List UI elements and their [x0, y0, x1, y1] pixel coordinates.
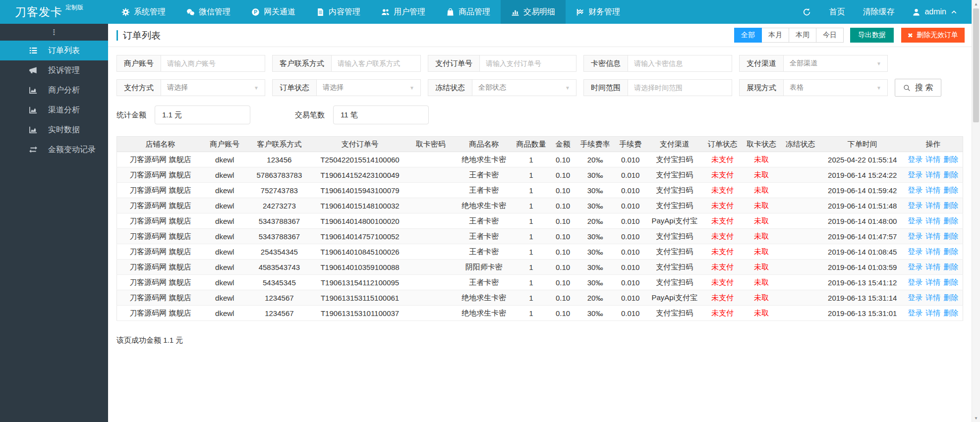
tab-this-month[interactable]: 本月: [761, 28, 789, 43]
login-link[interactable]: 登录: [908, 293, 922, 302]
top-menu-system[interactable]: 系统管理: [111, 0, 176, 24]
top-menu-goods[interactable]: 商品管理: [436, 0, 501, 24]
cell: dkewl: [204, 167, 246, 183]
cell: 752743783: [246, 183, 313, 198]
login-link[interactable]: 登录: [908, 186, 922, 194]
delete-link[interactable]: 删除: [943, 278, 958, 286]
clear-cache-link[interactable]: 清除缓存: [863, 7, 894, 17]
cell: 阴阳师卡密: [454, 260, 514, 275]
payment-method-select[interactable]: 请选择 ▼: [161, 80, 265, 96]
detail-link[interactable]: 详情: [925, 201, 940, 210]
detail-link[interactable]: 详情: [925, 263, 940, 271]
scrollbar-thumb[interactable]: [973, 8, 979, 122]
top-menu-transactions[interactable]: 交易明细: [501, 0, 566, 24]
delete-link[interactable]: 删除: [943, 309, 958, 317]
sidebar-collapse-toggle[interactable]: ⋮: [0, 24, 108, 41]
login-link[interactable]: 登录: [908, 232, 922, 240]
caret-down-icon: ▼: [876, 85, 881, 91]
x-icon: ✖: [908, 32, 913, 39]
detail-link[interactable]: 详情: [925, 293, 940, 302]
login-link[interactable]: 登录: [908, 216, 922, 225]
vertical-scrollbar[interactable]: ▲ ▼: [972, 0, 980, 422]
top-menu-label: 系统管理: [134, 7, 166, 17]
top-menu-users[interactable]: 用户管理: [371, 0, 436, 24]
scroll-up-arrow-icon[interactable]: ▲: [972, 0, 980, 8]
search-button[interactable]: 搜 索: [895, 79, 941, 97]
home-link[interactable]: 首页: [829, 7, 845, 17]
freeze-status-select[interactable]: 全部状态 ▼: [472, 80, 576, 96]
delete-link[interactable]: 删除: [943, 216, 958, 225]
cell: 未取: [744, 229, 779, 244]
export-data-button[interactable]: 导出数据: [850, 28, 894, 43]
detail-link[interactable]: 详情: [925, 186, 940, 194]
time-range-input[interactable]: [628, 80, 732, 96]
top-menu-label: 财务管理: [588, 7, 620, 17]
sidebar-item-realtime-data[interactable]: 实时数据: [0, 120, 108, 140]
tab-this-week[interactable]: 本周: [789, 28, 816, 43]
stat-transaction-count: 交易笔数 11 笔: [295, 106, 429, 124]
scroll-down-arrow-icon[interactable]: ▼: [972, 414, 980, 422]
login-link[interactable]: 登录: [908, 170, 922, 179]
detail-link[interactable]: 详情: [925, 247, 940, 256]
tab-all[interactable]: 全部: [734, 28, 762, 43]
area-chart-icon: [29, 106, 38, 114]
cell: [779, 244, 821, 260]
detail-link[interactable]: 详情: [925, 170, 940, 179]
sidebar: ⋮ 订单列表 投诉管理 商户分析 渠道分析 实时数据 金额变动记录: [0, 24, 108, 422]
cell: 支付宝扫码: [648, 244, 701, 260]
delete-link[interactable]: 删除: [943, 247, 958, 256]
sidebar-item-channel-analysis[interactable]: 渠道分析: [0, 100, 108, 120]
delete-link[interactable]: 删除: [943, 186, 958, 194]
display-mode-select[interactable]: 表格 ▼: [784, 80, 887, 96]
user-menu[interactable]: admin: [912, 7, 958, 16]
delete-link[interactable]: 删除: [943, 201, 958, 210]
login-link[interactable]: 登录: [908, 155, 922, 163]
cell: 刀客源码网 旗舰店: [117, 229, 204, 244]
card-info-input[interactable]: [628, 55, 732, 71]
cell: 未取: [744, 260, 779, 275]
refresh-button[interactable]: [803, 8, 811, 16]
sidebar-item-complaints[interactable]: 投诉管理: [0, 60, 108, 80]
svg-text:P: P: [254, 9, 257, 14]
cell: 0.10: [549, 244, 577, 260]
sidebar-item-order-list[interactable]: 订单列表: [0, 41, 108, 60]
filter-customer-contact: 客户联系方式: [272, 55, 421, 72]
delete-link[interactable]: 删除: [943, 263, 958, 271]
sidebar-item-merchant-analysis[interactable]: 商户分析: [0, 80, 108, 100]
cell: [779, 183, 821, 198]
login-link[interactable]: 登录: [908, 247, 922, 256]
payment-order-no-input[interactable]: [480, 55, 576, 71]
bar-chart-icon: [511, 8, 519, 16]
top-menu-gateway[interactable]: P 网关通道: [241, 0, 306, 24]
top-menu-wechat[interactable]: 微信管理: [176, 0, 241, 24]
clear-cache-label: 清除缓存: [863, 7, 894, 17]
detail-link[interactable]: 详情: [925, 232, 940, 240]
delete-link[interactable]: 删除: [943, 232, 958, 240]
detail-link[interactable]: 详情: [925, 216, 940, 225]
app-logo[interactable]: 刀客发卡定制版: [0, 4, 108, 20]
cell: 王者卡密: [454, 213, 514, 229]
sidebar-item-amount-change-log[interactable]: 金额变动记录: [0, 140, 108, 159]
delete-link[interactable]: 删除: [943, 155, 958, 163]
merchant-account-input[interactable]: [161, 55, 265, 71]
column-header: 店铺名称: [117, 137, 204, 152]
delete-link[interactable]: 删除: [943, 293, 958, 302]
login-link[interactable]: 登录: [908, 263, 922, 271]
cell: 0.10: [549, 152, 577, 167]
order-status-select[interactable]: 请选择 ▼: [317, 80, 420, 96]
login-link[interactable]: 登录: [908, 201, 922, 210]
cell: dkewl: [204, 275, 246, 290]
detail-link[interactable]: 详情: [925, 155, 940, 163]
top-menu-finance[interactable]: 财务管理: [566, 0, 631, 24]
login-link[interactable]: 登录: [908, 309, 922, 317]
detail-link[interactable]: 详情: [925, 278, 940, 286]
payment-channel-select[interactable]: 全部渠道 ▼: [784, 55, 887, 71]
delete-invalid-orders-button[interactable]: ✖ 删除无效订单: [901, 28, 965, 43]
top-menu-content[interactable]: 内容管理: [306, 0, 371, 24]
detail-link[interactable]: 详情: [925, 309, 940, 317]
tab-today[interactable]: 今日: [816, 28, 844, 43]
customer-contact-input[interactable]: [332, 55, 420, 71]
delete-link[interactable]: 删除: [943, 170, 958, 179]
cell: 未取: [744, 198, 779, 213]
login-link[interactable]: 登录: [908, 278, 922, 286]
